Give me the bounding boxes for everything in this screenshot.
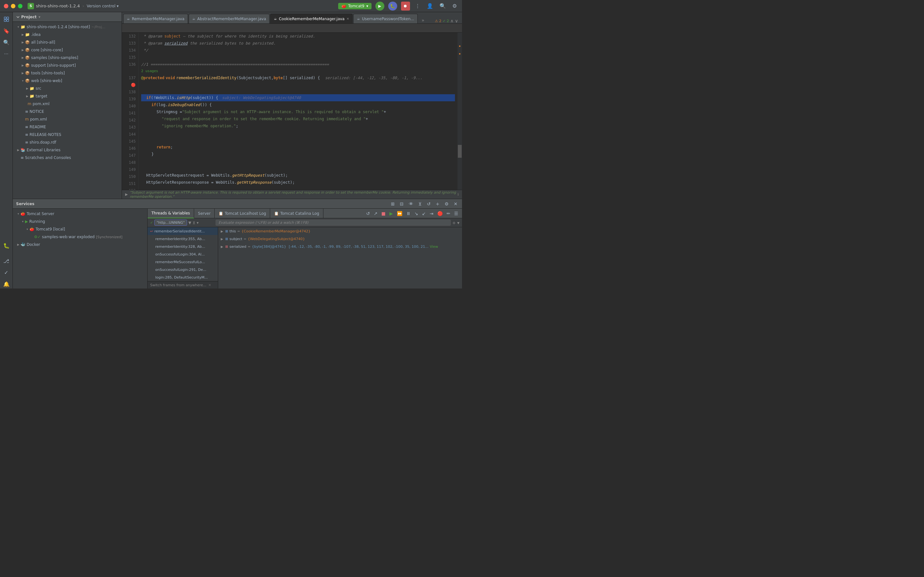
- run-button[interactable]: ▶: [375, 2, 384, 11]
- commit-tool-button[interactable]: ✓: [2, 268, 11, 277]
- collapse-all-button[interactable]: ⊟: [399, 201, 405, 207]
- tab-username-password-token[interactable]: ☕ UsernamePasswordToken...: [353, 14, 418, 23]
- run-to-cursor-btn[interactable]: ⇥: [428, 210, 435, 217]
- tree-item-tools[interactable]: ▶ 📦 tools [shiro-tools]: [13, 69, 121, 77]
- expand-icon[interactable]: ▶: [125, 192, 128, 197]
- tree-item-all[interactable]: ▶ 📦 all [shiro-all]: [13, 39, 121, 46]
- settings-button[interactable]: ⚙: [451, 2, 458, 10]
- minimize-button[interactable]: [11, 4, 15, 8]
- search-everywhere-button[interactable]: 🔍: [438, 2, 447, 10]
- tab-abstract-remember-me[interactable]: ☕ AbstractRememberMeManager.java: [189, 14, 270, 23]
- add-service-button[interactable]: +: [435, 201, 441, 207]
- tab-close-button[interactable]: ✕: [347, 17, 349, 21]
- filter-options-btn[interactable]: ⊻: [192, 221, 195, 225]
- close-panel-button[interactable]: ✕: [452, 201, 459, 207]
- notifications-button[interactable]: 🔔: [2, 279, 11, 288]
- tab-tomcat-localhost-log[interactable]: 📋 Tomcat Localhost Log: [215, 209, 270, 218]
- collapse-icon[interactable]: ∨: [455, 18, 458, 23]
- reload-btn[interactable]: ↺: [365, 210, 371, 217]
- step-into-btn[interactable]: ↘: [413, 210, 420, 217]
- project-panel-header[interactable]: Project ▾: [13, 12, 121, 22]
- fast-resume-btn[interactable]: ⏩: [396, 210, 404, 217]
- toggle-btn[interactable]: ☰: [453, 210, 459, 217]
- tab-tomcat-catalina-log[interactable]: 📋 Tomcat Catalina Log: [270, 209, 323, 218]
- tab-server[interactable]: Server: [194, 209, 215, 218]
- tree-item-scratches[interactable]: ≡ Scratches and Consoles: [13, 154, 121, 161]
- frame-row[interactable]: onSuccessfulLogin:304, Al...: [148, 250, 218, 258]
- frame-row[interactable]: rememberMeSuccessfulLo...: [148, 258, 218, 266]
- tree-item-web[interactable]: ▾ 📦 web [shiro-web]: [13, 77, 121, 85]
- expand-all-button[interactable]: ⊞: [390, 201, 396, 207]
- evaluate-btn[interactable]: 🔴: [436, 210, 444, 217]
- profile-button[interactable]: 👤: [425, 2, 435, 10]
- tab-more-button[interactable]: »: [420, 17, 426, 23]
- filter-icon[interactable]: ▼: [188, 221, 191, 225]
- watch-dropdown-btn[interactable]: ▾: [457, 220, 459, 226]
- tree-item-support[interactable]: ▶ 📦 support [shiro-support]: [13, 61, 121, 69]
- expand-arrow-icon[interactable]: ▶: [221, 245, 225, 248]
- expand-arrow-icon[interactable]: ▶: [221, 229, 225, 233]
- frame-row[interactable]: ↩ rememberSerializedIdentit...: [148, 227, 218, 235]
- tree-item-external-libs[interactable]: ▶ 📚 External Libraries: [13, 146, 121, 154]
- project-tool-button[interactable]: [2, 15, 11, 24]
- more-settings-icon[interactable]: ⚙: [443, 201, 450, 207]
- filter-down-btn[interactable]: ▾: [197, 221, 199, 225]
- service-docker[interactable]: ▶ 🐳 Docker: [13, 241, 147, 248]
- view-link[interactable]: View: [430, 245, 438, 249]
- tree-item-readme[interactable]: ≡ README: [13, 123, 121, 131]
- variable-row-this[interactable]: ▶ ⊞ this = {CookieRememberMeManager@4742…: [218, 227, 462, 235]
- version-control-button[interactable]: Version control ▾: [87, 4, 119, 8]
- scrollbar-thumb[interactable]: [458, 145, 462, 158]
- frame-filter-dropdown[interactable]: "http...UNNING": [154, 219, 187, 226]
- tree-item-pom-web[interactable]: m pom.xml: [13, 100, 121, 108]
- tree-root-item[interactable]: ▾ 📁 shiro-shiro-root-1.2.4 [shiro-root] …: [13, 23, 121, 31]
- frame-row[interactable]: login:285, DefaultSecurityM...: [148, 274, 218, 281]
- tree-item-release-notes[interactable]: ≡ RELEASE-NOTES: [13, 131, 121, 139]
- tree-item-idea[interactable]: ▶ 📁 .idea: [13, 31, 121, 39]
- more-tools-button[interactable]: ···: [2, 49, 11, 58]
- pause-btn[interactable]: ⏸: [405, 210, 412, 217]
- service-tomcat9[interactable]: ▾ 🍅 Tomcat9 [local]: [13, 226, 147, 233]
- frame-row[interactable]: rememberIdentity:328, Ab...: [148, 243, 218, 250]
- run-debug-tool-button[interactable]: 🐛: [2, 241, 11, 250]
- variable-row-subject[interactable]: ▶ ⊞ subject = {WebDelegatingSubject@4740…: [218, 235, 462, 243]
- maximize-button[interactable]: [18, 4, 23, 8]
- tree-item-notice[interactable]: ≡ NOTICE: [13, 108, 121, 115]
- more-actions-button[interactable]: ⋮: [414, 2, 422, 10]
- tree-item-core[interactable]: ▶ 📦 core [shiro-core]: [13, 46, 121, 54]
- record-button[interactable]: ⏺: [401, 2, 410, 11]
- step-over-btn[interactable]: ↗: [373, 210, 379, 217]
- service-running[interactable]: ▾ ▶ Running: [13, 218, 147, 226]
- add-watch-btn[interactable]: +: [452, 220, 456, 226]
- filter-button[interactable]: ⊻: [417, 201, 423, 207]
- tree-item-samples[interactable]: ▶ 📦 samples [shiro-samples]: [13, 54, 121, 61]
- bookmarks-tool-button[interactable]: 🔖: [2, 26, 11, 35]
- step-out-btn[interactable]: ↙: [421, 210, 427, 217]
- refresh-button[interactable]: ↺: [425, 201, 432, 207]
- expand-icon[interactable]: ∧: [451, 18, 454, 23]
- tab-remember-me-manager[interactable]: ☕ RememberMeManager.java: [123, 14, 188, 23]
- tab-threads-variables[interactable]: Threads & Variables: [148, 209, 194, 218]
- tomcat-button[interactable]: 🍅 Tomcat9 ▾: [338, 3, 372, 9]
- stop-btn[interactable]: ■: [380, 210, 387, 217]
- frame-switch-close-btn[interactable]: ✕: [208, 283, 211, 287]
- close-button[interactable]: [4, 4, 8, 8]
- tree-item-src[interactable]: ▶ 📁 src: [13, 85, 121, 92]
- evaluate-expression-input[interactable]: Evaluate expression (⌥F8) or add a watch…: [216, 219, 451, 226]
- expand-arrow-icon[interactable]: ▶: [221, 237, 225, 241]
- variable-row-serialized[interactable]: ▶ ⊞ serialized = {byte[384]@4741} [-44, …: [218, 243, 462, 250]
- tree-item-pom-root[interactable]: m pom.xml: [13, 115, 121, 123]
- tree-item-target[interactable]: ▶ 📁 target: [13, 92, 121, 100]
- service-samples-war[interactable]: ⚙✓ samples-web:war exploded [Synchronize…: [13, 233, 147, 241]
- code-scroll-area[interactable]: 132 133 134 135 136 137 🔴 138 139 140: [122, 33, 462, 190]
- tree-item-shiro-doap[interactable]: ≡ shiro.doap.rdf: [13, 139, 121, 146]
- hint-info-icon[interactable]: ℹ: [457, 192, 459, 197]
- tab-cookie-remember-me[interactable]: ☕ CookieRememberMeManager.java ✕: [270, 14, 352, 23]
- vcs-tool-button[interactable]: ⎇: [2, 256, 11, 266]
- frame-row[interactable]: onSuccessfulLogin:291, De...: [148, 266, 218, 274]
- resume-btn[interactable]: ▶: [388, 210, 394, 217]
- service-tomcat-server[interactable]: ▾ 🍅 Tomcat Server: [13, 210, 147, 218]
- add-watch-btn[interactable]: ✏: [445, 210, 452, 217]
- show-options-button[interactable]: 👁: [407, 201, 415, 207]
- frame-row[interactable]: rememberIdentity:355, Ab...: [148, 235, 218, 243]
